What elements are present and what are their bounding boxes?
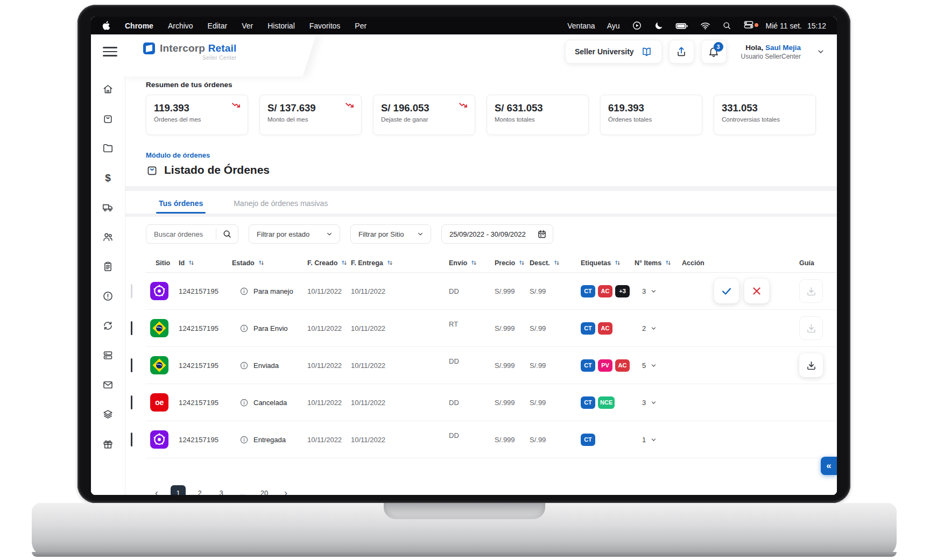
page-title: Listado de Órdenes — [164, 164, 270, 176]
items-dropdown[interactable]: 5 — [635, 361, 682, 370]
sidebar-item-6[interactable] — [91, 252, 125, 281]
control-center-wrap[interactable] — [743, 19, 754, 32]
site-cell — [146, 282, 173, 300]
menubar-item-1[interactable]: Archivo — [168, 22, 193, 30]
menubar-item-0[interactable]: Chrome — [125, 22, 153, 30]
pagination-page-20[interactable]: 20 — [257, 485, 272, 495]
fecha-entrega-cell: 10/11/2022 — [351, 324, 449, 332]
sidebar-item-10[interactable] — [91, 370, 125, 400]
reject-button[interactable] — [744, 279, 769, 303]
pagination: ‹123...20› — [146, 485, 836, 495]
fecha-creado-cell: 10/11/2022 — [307, 436, 351, 444]
sidebar-item-2[interactable] — [91, 133, 125, 163]
pagination-prev[interactable]: ‹ — [149, 485, 164, 495]
column-header-n-items[interactable]: N° Items — [635, 259, 682, 267]
summary-card-label: Órdenes totales — [608, 116, 694, 123]
tag-PV: PV — [598, 359, 612, 372]
sidebar-item-7[interactable] — [91, 281, 125, 311]
collapse-drawer-button[interactable]: « — [821, 457, 837, 475]
download-icon — [806, 323, 817, 334]
menubar-item-5[interactable]: Favoritos — [309, 22, 341, 30]
tag-CT: CT — [581, 285, 595, 297]
descuento-cell: S/.99 — [530, 361, 581, 370]
site-cell — [146, 319, 173, 337]
sidebar-item-0[interactable] — [91, 74, 125, 104]
apple-logo-icon[interactable] — [102, 20, 110, 31]
menubar-right-item-1[interactable]: Ayu — [607, 22, 620, 30]
sidebar-item-9[interactable] — [91, 341, 125, 370]
descuento-cell: S/.99 — [530, 399, 581, 407]
column-header-etiquetas[interactable]: Etiquetas — [581, 259, 635, 267]
menubar-item-6[interactable]: Per — [355, 22, 367, 30]
moon-icon[interactable] — [654, 21, 664, 31]
etiquetas-cell: CTNCE — [581, 396, 635, 409]
site-brazil-icon — [150, 356, 168, 374]
fecha-creado-cell: 10/11/2022 — [307, 361, 351, 370]
play-circle-icon[interactable] — [632, 20, 642, 31]
pagination-page-...[interactable]: ... — [235, 485, 250, 495]
alerts-icon — [102, 290, 114, 302]
menubar-clock[interactable]: Mié 11 set.15:12 — [766, 22, 826, 30]
approve-button[interactable] — [714, 279, 739, 303]
payments-dollar-icon: $ — [105, 172, 111, 184]
menubar-item-3[interactable]: Ver — [242, 22, 253, 30]
catalog-cards-icon — [102, 350, 114, 361]
notifications-button[interactable]: 3 — [701, 40, 727, 63]
user-info[interactable]: Hola, Saul Mejia Usuario SellerCenter — [741, 44, 801, 60]
row-indicator — [131, 358, 132, 372]
summary-card-value: 619.393 — [608, 102, 694, 114]
column-header-id[interactable]: Id — [173, 259, 232, 267]
column-header-precio[interactable]: Precio — [495, 259, 530, 267]
sidebar-item-11[interactable] — [91, 400, 125, 429]
menu-hamburger-icon[interactable] — [103, 47, 117, 56]
sidebar-item-8[interactable] — [91, 311, 125, 341]
folder-icon — [102, 143, 114, 154]
upload-button[interactable] — [669, 40, 694, 63]
breadcrumb[interactable]: Módulo de órdenes — [146, 151, 210, 159]
wifi-icon[interactable] — [700, 20, 710, 31]
column-header-f-creado[interactable]: F. Creado — [307, 259, 351, 267]
pagination-page-1[interactable]: 1 — [171, 485, 186, 495]
menubar-item-4[interactable]: Historial — [267, 22, 295, 30]
download-guia-button[interactable] — [799, 353, 823, 377]
tag-plus3: +3 — [615, 285, 630, 297]
pagination-page-3[interactable]: 3 — [214, 485, 229, 495]
column-header-env-o[interactable]: Envío — [449, 259, 495, 267]
sidebar-item-3[interactable]: $ — [91, 163, 125, 193]
seller-university-button[interactable]: Seller University — [565, 40, 662, 63]
pagination-next[interactable]: › — [278, 485, 293, 495]
order-id-cell: 1242157195 — [173, 399, 232, 407]
info-icon — [239, 435, 249, 444]
column-header-f-entrega[interactable]: F. Entrega — [351, 259, 449, 267]
descuento-cell: S/.99 — [530, 287, 581, 295]
date-range-picker[interactable]: 25/09/2022 - 30/09/2022 — [441, 224, 553, 244]
search-icon[interactable] — [722, 21, 731, 30]
envio-cell: DD — [449, 399, 495, 407]
items-dropdown[interactable]: 3 — [635, 287, 682, 295]
menubar-item-2[interactable]: Editar — [208, 22, 228, 30]
sidebar-item-4[interactable] — [91, 193, 125, 222]
pagination-page-2[interactable]: 2 — [192, 485, 207, 495]
sidebar-item-5[interactable] — [91, 222, 125, 252]
items-dropdown[interactable]: 2 — [635, 324, 682, 332]
search-input[interactable]: Buscar órdenes — [146, 224, 238, 244]
battery-icon[interactable] — [675, 19, 688, 32]
filter-sitio-dropdown[interactable]: Filtrar por Sitio — [350, 224, 431, 244]
chevron-down-icon[interactable] — [816, 47, 825, 56]
items-dropdown[interactable]: 1 — [635, 436, 682, 444]
items-dropdown[interactable]: 3 — [635, 399, 682, 407]
accion-cell — [682, 279, 786, 303]
sidebar-item-1[interactable] — [91, 104, 125, 133]
brand-logo[interactable]: Intercorp Retail Seller Center — [143, 42, 237, 61]
tab-0[interactable]: Tus órdenes — [156, 199, 206, 214]
filter-estado-dropdown[interactable]: Filtrar por estado — [249, 224, 340, 244]
column-header-desct-[interactable]: Desct. — [530, 259, 581, 267]
menubar-right-item-0[interactable]: Ventana — [567, 22, 595, 30]
sort-icon — [257, 259, 265, 267]
app-body: $ Resumen de tus órdenes 119.393Órdenes … — [91, 69, 837, 495]
tab-1[interactable]: Manejo de órdenes masivas — [231, 199, 330, 214]
sidebar-item-12[interactable] — [91, 429, 125, 459]
search-icon[interactable] — [222, 229, 232, 239]
column-header-estado[interactable]: Estado — [232, 259, 307, 267]
precio-cell: S/.999 — [495, 287, 530, 295]
